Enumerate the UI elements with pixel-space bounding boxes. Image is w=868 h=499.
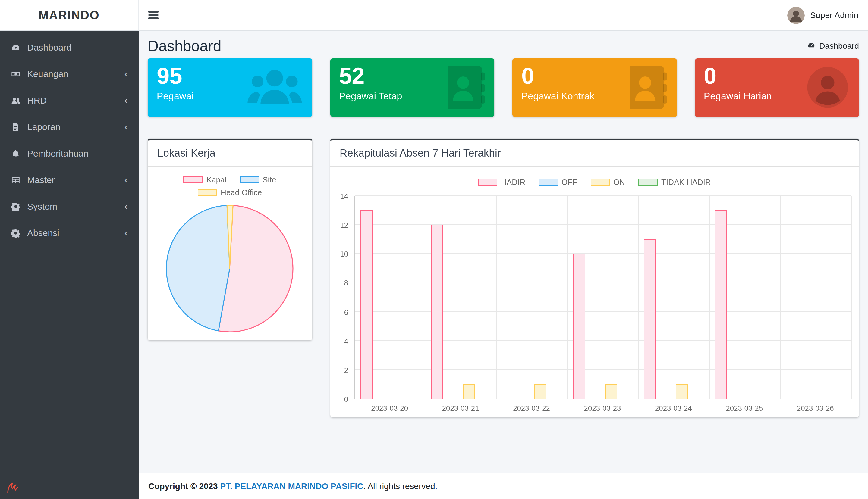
x-tick-label: 2023-03-21: [442, 404, 479, 413]
menu-toggle-button[interactable]: [148, 11, 158, 19]
brand-title: MARINDO: [38, 8, 99, 22]
legend-label: OFF: [561, 178, 577, 187]
breadcrumb-item[interactable]: Dashboard: [819, 41, 859, 50]
y-tick-label: 4: [344, 337, 348, 345]
legend-item-on[interactable]: ON: [591, 178, 625, 187]
sidebar: MARINDO DashboardKeuangan‹HRD‹Laporan‹Pe…: [0, 0, 139, 499]
users-icon: [11, 96, 21, 106]
sidebar-item-absensi[interactable]: Absensi‹: [5, 220, 134, 246]
x-tick-label: 2023-03-24: [655, 404, 692, 413]
bar-legend: HADIROFFONTIDAK HADIR: [336, 178, 853, 187]
legend-swatch: [198, 189, 217, 196]
bar-chart[interactable]: 02468101214 2023-03-202023-03-212023-03-…: [354, 196, 851, 399]
gridline: [709, 196, 710, 399]
bar-on-2023-03-22[interactable]: [534, 384, 546, 399]
breadcrumb-icon-slot: [807, 41, 816, 51]
bar-hadir-2023-03-24[interactable]: [644, 239, 656, 399]
bar-plot: [354, 196, 851, 399]
pie-card-body: KapalSiteHead Office: [148, 167, 312, 339]
bar-on-2023-03-23[interactable]: [605, 384, 617, 399]
brand[interactable]: MARINDO: [0, 0, 139, 31]
card-lokasi-kerja: Lokasi Kerja KapalSiteHead Office: [148, 138, 312, 340]
user-menu[interactable]: Super Admin: [787, 6, 858, 24]
sidebar-item-label: Dashboard: [27, 41, 71, 53]
legend-swatch: [183, 177, 203, 183]
gridline: [355, 311, 851, 312]
legend-label: Site: [262, 175, 276, 184]
legend-label: Kapal: [206, 175, 227, 184]
legend-item-off[interactable]: OFF: [538, 178, 577, 187]
gridline: [496, 196, 497, 399]
legend-item-head-office[interactable]: Head Office: [198, 188, 262, 197]
info-box-value: 0: [521, 63, 668, 89]
bar-hadir-2023-03-25[interactable]: [715, 210, 727, 399]
legend-item-hadir[interactable]: HADIR: [478, 178, 525, 187]
rights-text: All rights reserved.: [366, 481, 437, 491]
gridline: [355, 253, 851, 254]
x-tick-label: 2023-03-22: [513, 404, 550, 413]
sidebar-item-label: Pemberitahuan: [27, 148, 88, 160]
debugbar-icon: [5, 481, 19, 495]
sidebar-item-system[interactable]: System‹: [5, 193, 134, 220]
user-name[interactable]: Super Admin: [810, 10, 858, 20]
gridline: [567, 196, 568, 399]
x-tick-label: 2023-03-23: [584, 404, 621, 413]
bar-on-2023-03-21[interactable]: [463, 384, 475, 399]
bar-card-body: HADIROFFONTIDAK HADIR 02468101214 2023-0…: [330, 167, 859, 405]
sidebar-item-master[interactable]: Master‹: [5, 167, 134, 193]
sidebar-item-label: Absensi: [27, 227, 59, 239]
avatar[interactable]: [787, 6, 805, 24]
company-link[interactable]: PT. PELAYARAN MARINDO PASIFIC: [220, 481, 363, 491]
info-boxes: 95 Pegawai 52 Pegawai Tetap 0 Pegawai Ko…: [148, 58, 859, 117]
legend-swatch: [240, 177, 259, 183]
cards-row: Lokasi Kerja KapalSiteHead Office Rekapi…: [148, 138, 859, 417]
card-rekap-absen: Rekapitulasi Absen 7 Hari Terakhir HADIR…: [330, 138, 859, 417]
file-icon: [11, 122, 21, 132]
bar-hadir-2023-03-23[interactable]: [573, 254, 585, 399]
sidebar-item-pemberitahuan[interactable]: Pemberitahuan: [5, 140, 134, 167]
gridline: [355, 340, 851, 341]
content-area: Dashboard Dashboard 95 Pegawai 52 Pegawa…: [139, 31, 868, 473]
main-column: Super Admin Dashboard Dashboard 95 Pegaw…: [139, 0, 868, 499]
content-header: Dashboard Dashboard: [148, 36, 859, 56]
chevron-left-icon: ‹: [124, 123, 128, 131]
legend-label: Head Office: [221, 188, 262, 197]
page-title: Dashboard: [148, 37, 222, 54]
card-header: Lokasi Kerja: [148, 140, 312, 167]
y-tick-label: 10: [340, 250, 348, 259]
sidebar-item-keuangan[interactable]: Keuangan‹: [5, 61, 134, 87]
legend-item-site[interactable]: Site: [240, 175, 276, 184]
gridline: [851, 196, 852, 399]
info-box-label: Pegawai Kontrak: [521, 90, 668, 101]
chevron-left-icon: ‹: [124, 229, 128, 237]
legend-label: HADIR: [501, 178, 525, 187]
legend-swatch: [591, 179, 610, 185]
pie-slice-site[interactable]: [166, 205, 230, 331]
sidebar-item-label: Keuangan: [27, 68, 68, 80]
card-title: Rekapitulasi Absen 7 Hari Terakhir: [340, 147, 501, 159]
info-box-value: 52: [339, 63, 485, 89]
cogs-icon: [11, 228, 21, 238]
bell-icon: [11, 149, 21, 158]
legend-item-kapal[interactable]: Kapal: [183, 175, 227, 184]
y-axis-labels: 02468101214: [336, 196, 352, 399]
top-navbar: Super Admin: [139, 0, 868, 31]
x-axis-labels: 2023-03-202023-03-212023-03-222023-03-23…: [354, 399, 851, 415]
sidebar-item-laporan[interactable]: Laporan‹: [5, 114, 134, 140]
legend-item-tidak-hadir[interactable]: TIDAK HADIR: [638, 178, 711, 187]
y-tick-label: 6: [344, 308, 348, 317]
sidebar-item-dashboard[interactable]: Dashboard: [5, 34, 134, 61]
bar-hadir-2023-03-21[interactable]: [431, 225, 443, 399]
gear-icon: [11, 202, 21, 211]
pie-chart[interactable]: [165, 204, 295, 333]
info-box-pegawai-kontrak: 0 Pegawai Kontrak: [512, 58, 677, 117]
sidebar-item-hrd[interactable]: HRD‹: [5, 87, 134, 114]
x-tick-label: 2023-03-26: [797, 404, 834, 413]
y-tick-label: 8: [344, 279, 348, 288]
chevron-left-icon: ‹: [124, 202, 128, 211]
sidebar-menu: DashboardKeuangan‹HRD‹Laporan‹Pemberitah…: [0, 31, 139, 477]
gridline: [355, 369, 851, 370]
debugbar-icon-slot[interactable]: [0, 477, 139, 499]
bar-hadir-2023-03-20[interactable]: [360, 210, 372, 399]
bar-on-2023-03-24[interactable]: [676, 384, 688, 399]
